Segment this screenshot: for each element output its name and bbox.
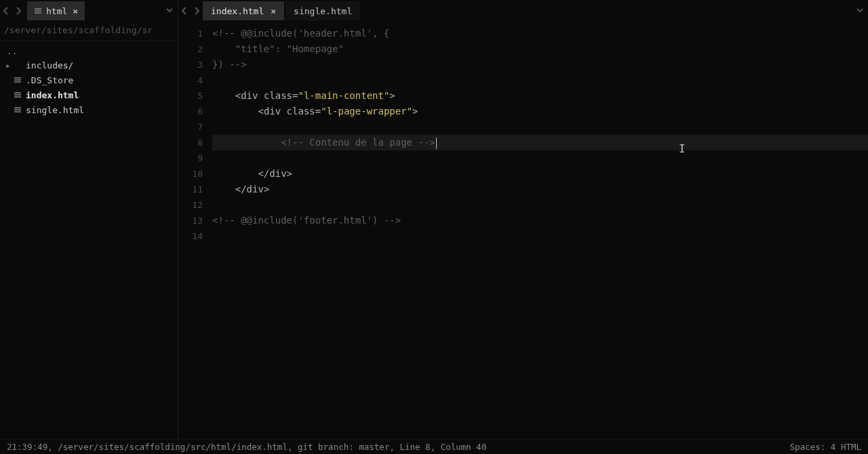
chevron-down-icon[interactable] — [856, 6, 865, 16]
line-number: 10 — [178, 166, 203, 182]
tree-file-item[interactable]: index.html — [3, 87, 175, 102]
tree-item-label: .DS_Store — [26, 75, 73, 85]
sidebar-tab-label: html — [46, 6, 67, 16]
breadcrumb[interactable]: /server/sites/scaffolding/sr — [0, 22, 178, 39]
code-editor[interactable]: 1234567891011121314 I <!-- @@include('he… — [178, 22, 868, 439]
sidebar-tab[interactable]: html × — [27, 1, 85, 20]
code-line[interactable]: </div> — [212, 182, 868, 197]
tree-folder-item[interactable]: ▸includes/ — [3, 58, 175, 73]
hamburger-icon — [34, 7, 42, 15]
code-line[interactable]: <div class="l-page-wrapper"> — [212, 104, 868, 119]
code-line[interactable]: "title": "Homepage" — [212, 41, 868, 57]
editor-tab-label: index.html — [211, 6, 264, 16]
line-number: 9 — [178, 150, 203, 166]
line-number: 14 — [178, 228, 203, 244]
history-back-icon[interactable] — [1, 6, 11, 16]
line-number: 4 — [178, 73, 203, 88]
parent-dir-item[interactable]: .. — [3, 44, 175, 58]
file-tree: .. ▸includes/.DS_Storeindex.htmlsingle.h… — [0, 41, 178, 120]
file-icon — [14, 91, 23, 99]
disclosure-triangle-icon: ▸ — [5, 60, 14, 70]
tree-item-label: single.html — [26, 105, 84, 115]
line-number: 8 — [178, 135, 203, 150]
code-line[interactable]: <!-- @@include('header.html', { — [212, 26, 868, 41]
sidebar-pane: html × /server/sites/scaffolding/sr .. ▸… — [0, 0, 178, 439]
history-forward-icon[interactable] — [192, 6, 201, 16]
code-line[interactable]: </div> — [212, 166, 868, 182]
code-line[interactable] — [212, 197, 868, 213]
history-forward-icon[interactable] — [14, 6, 23, 16]
tree-file-item[interactable]: .DS_Store — [3, 73, 175, 87]
editor-tabbar: index.html×single.html — [178, 0, 868, 22]
caret-icon — [436, 138, 437, 149]
code-line[interactable] — [212, 119, 868, 135]
line-number: 6 — [178, 104, 203, 119]
line-gutter: 1234567891011121314 — [178, 22, 208, 439]
code-line[interactable] — [212, 228, 868, 244]
line-number: 2 — [178, 41, 203, 57]
code-line[interactable]: }) --> — [212, 57, 868, 73]
editor-tab[interactable]: single.html — [285, 1, 360, 20]
line-number: 3 — [178, 57, 203, 73]
tree-item-label: includes/ — [26, 60, 73, 70]
code-line[interactable] — [212, 73, 868, 88]
line-number: 12 — [178, 197, 203, 213]
history-back-icon[interactable] — [180, 6, 189, 16]
file-icon — [14, 76, 23, 84]
status-bar: 21:39:49, /server/sites/scaffolding/src/… — [0, 439, 868, 454]
line-number: 5 — [178, 88, 203, 104]
status-right[interactable]: Spaces: 4 HTML — [790, 442, 861, 452]
tree-item-label: index.html — [26, 90, 79, 100]
line-number: 1 — [178, 26, 203, 41]
code-line[interactable]: <!-- Contenu de la page --> — [212, 135, 868, 150]
code-line[interactable]: <!-- @@include('footer.html') --> — [212, 213, 868, 228]
close-icon[interactable]: × — [271, 6, 276, 16]
close-icon[interactable]: × — [73, 6, 78, 16]
line-number: 13 — [178, 213, 203, 228]
editor-tab[interactable]: index.html× — [203, 1, 284, 20]
sidebar-tabbar: html × — [0, 0, 178, 22]
tree-file-item[interactable]: single.html — [3, 102, 175, 117]
status-left[interactable]: 21:39:49, /server/sites/scaffolding/src/… — [7, 442, 782, 452]
line-number: 7 — [178, 119, 203, 135]
code-area[interactable]: I <!-- @@include('header.html', { "title… — [208, 22, 868, 439]
line-number: 11 — [178, 182, 203, 197]
code-line[interactable]: <div class="l-main-content"> — [212, 88, 868, 104]
file-icon — [14, 106, 23, 114]
editor-tab-label: single.html — [294, 6, 352, 16]
code-line[interactable] — [212, 150, 868, 166]
chevron-down-icon[interactable] — [165, 6, 175, 16]
editor-pane: index.html×single.html 12345678910111213… — [178, 0, 868, 439]
